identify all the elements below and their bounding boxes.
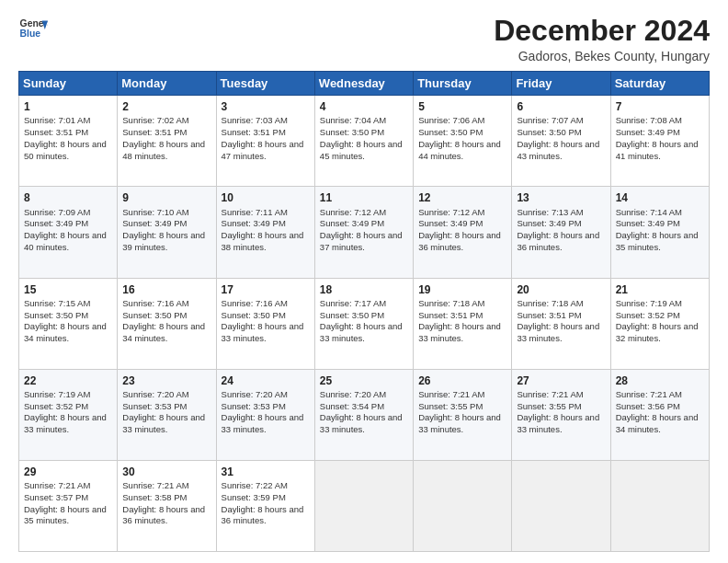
table-row [314, 460, 413, 551]
logo: General Blue [18, 15, 48, 44]
col-monday: Monday [118, 72, 216, 96]
svg-text:Blue: Blue [20, 29, 41, 39]
header: General Blue December 2024 Gadoros, Beke… [18, 15, 710, 63]
table-row: 30Sunrise: 7:21 AMSunset: 3:58 PMDayligh… [118, 460, 216, 551]
table-row [414, 460, 512, 551]
header-row: Sunday Monday Tuesday Wednesday Thursday… [19, 72, 710, 96]
table-row: 4Sunrise: 7:04 AMSunset: 3:50 PMDaylight… [314, 96, 413, 187]
table-row: 11Sunrise: 7:12 AMSunset: 3:49 PMDayligh… [314, 187, 413, 278]
table-row: 3Sunrise: 7:03 AMSunset: 3:51 PMDaylight… [216, 96, 314, 187]
table-row: 9Sunrise: 7:10 AMSunset: 3:49 PMDaylight… [118, 187, 216, 278]
table-row: 7Sunrise: 7:08 AMSunset: 3:49 PMDaylight… [610, 96, 709, 187]
table-row: 13Sunrise: 7:13 AMSunset: 3:49 PMDayligh… [512, 187, 610, 278]
table-row: 16Sunrise: 7:16 AMSunset: 3:50 PMDayligh… [118, 278, 216, 369]
table-row: 6Sunrise: 7:07 AMSunset: 3:50 PMDaylight… [512, 96, 610, 187]
table-row [512, 460, 610, 551]
table-row: 12Sunrise: 7:12 AMSunset: 3:49 PMDayligh… [414, 187, 512, 278]
page: General Blue December 2024 Gadoros, Beke… [0, 0, 728, 563]
table-row: 23Sunrise: 7:20 AMSunset: 3:53 PMDayligh… [118, 369, 216, 460]
table-row: 10Sunrise: 7:11 AMSunset: 3:49 PMDayligh… [216, 187, 314, 278]
col-tuesday: Tuesday [216, 72, 314, 96]
table-row: 31Sunrise: 7:22 AMSunset: 3:59 PMDayligh… [216, 460, 314, 551]
table-row: 15Sunrise: 7:15 AMSunset: 3:50 PMDayligh… [19, 278, 118, 369]
table-row: 25Sunrise: 7:20 AMSunset: 3:54 PMDayligh… [314, 369, 413, 460]
table-row [610, 460, 709, 551]
table-row: 18Sunrise: 7:17 AMSunset: 3:50 PMDayligh… [314, 278, 413, 369]
table-row: 26Sunrise: 7:21 AMSunset: 3:55 PMDayligh… [414, 369, 512, 460]
main-title: December 2024 [494, 15, 710, 47]
table-row: 14Sunrise: 7:14 AMSunset: 3:49 PMDayligh… [610, 187, 709, 278]
table-row: 24Sunrise: 7:20 AMSunset: 3:53 PMDayligh… [216, 369, 314, 460]
table-row: 5Sunrise: 7:06 AMSunset: 3:50 PMDaylight… [414, 96, 512, 187]
subtitle: Gadoros, Bekes County, Hungary [494, 49, 710, 63]
table-row: 1Sunrise: 7:01 AMSunset: 3:51 PMDaylight… [19, 96, 118, 187]
title-block: December 2024 Gadoros, Bekes County, Hun… [494, 15, 710, 63]
col-saturday: Saturday [610, 72, 709, 96]
calendar-table: Sunday Monday Tuesday Wednesday Thursday… [18, 71, 710, 552]
table-row: 21Sunrise: 7:19 AMSunset: 3:52 PMDayligh… [610, 278, 709, 369]
table-row: 20Sunrise: 7:18 AMSunset: 3:51 PMDayligh… [512, 278, 610, 369]
table-row: 29Sunrise: 7:21 AMSunset: 3:57 PMDayligh… [19, 460, 118, 551]
col-thursday: Thursday [414, 72, 512, 96]
col-wednesday: Wednesday [314, 72, 413, 96]
table-row: 28Sunrise: 7:21 AMSunset: 3:56 PMDayligh… [610, 369, 709, 460]
col-sunday: Sunday [19, 72, 118, 96]
table-row: 8Sunrise: 7:09 AMSunset: 3:49 PMDaylight… [19, 187, 118, 278]
table-row: 22Sunrise: 7:19 AMSunset: 3:52 PMDayligh… [19, 369, 118, 460]
table-row: 19Sunrise: 7:18 AMSunset: 3:51 PMDayligh… [414, 278, 512, 369]
col-friday: Friday [512, 72, 610, 96]
table-row: 27Sunrise: 7:21 AMSunset: 3:55 PMDayligh… [512, 369, 610, 460]
logo-icon: General Blue [18, 15, 48, 44]
table-row: 2Sunrise: 7:02 AMSunset: 3:51 PMDaylight… [118, 96, 216, 187]
table-row: 17Sunrise: 7:16 AMSunset: 3:50 PMDayligh… [216, 278, 314, 369]
